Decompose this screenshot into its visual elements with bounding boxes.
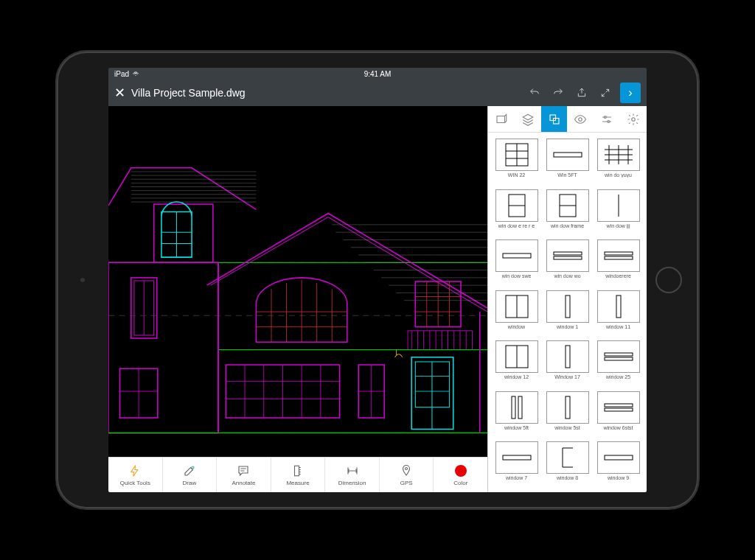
svg-rect-107 (554, 256, 582, 259)
drawing-canvas-area: Quick Tools Draw Annotate Measure (108, 106, 487, 492)
block-label: window 5st (546, 425, 590, 430)
quick-tools-button[interactable]: Quick Tools (108, 458, 163, 492)
svg-rect-124 (503, 455, 531, 460)
color-button[interactable]: Color (434, 458, 487, 492)
blocks-tab-icon[interactable] (541, 106, 568, 132)
block-label: win dow wo (546, 273, 590, 279)
comment-icon (236, 463, 251, 478)
lightning-icon (128, 463, 142, 478)
draw-button[interactable]: Draw (163, 458, 218, 492)
dimension-button[interactable]: Dimension (325, 458, 380, 492)
block-label: window 1 (546, 324, 590, 329)
color-dot-icon (453, 463, 468, 478)
block-item[interactable]: window (491, 287, 542, 338)
dimension-label: Dimension (338, 480, 366, 486)
block-item[interactable]: win dow e re r e (491, 186, 542, 237)
block-item[interactable]: windoerere (593, 237, 644, 287)
color-label: Color (453, 480, 467, 486)
block-thumb (597, 340, 640, 373)
block-item[interactable]: window 6stst (593, 388, 644, 439)
block-thumb (546, 189, 589, 222)
svg-rect-116 (566, 346, 570, 368)
app-header: ✕ Villa Project Sample.dwg › (108, 80, 647, 106)
sliders-tab-icon[interactable] (594, 106, 620, 132)
block-item[interactable]: win do yuyu (593, 136, 644, 186)
svg-rect-109 (605, 256, 633, 259)
block-item[interactable]: window 1 (542, 287, 593, 338)
svg-rect-125 (605, 455, 633, 460)
svg-point-81 (406, 468, 408, 470)
block-thumb (495, 340, 538, 373)
annotate-button[interactable]: Annotate (217, 458, 271, 492)
svg-rect-17 (108, 262, 218, 433)
svg-rect-108 (605, 252, 633, 255)
bottom-toolbar: Quick Tools Draw Annotate Measure (108, 457, 487, 492)
gear-tab-icon[interactable] (620, 106, 647, 132)
panel-toggle-button[interactable]: › (620, 83, 641, 103)
clock-label: 9:41 AM (364, 70, 392, 78)
model-tab-icon[interactable] (488, 106, 515, 132)
svg-rect-112 (566, 295, 570, 318)
block-item[interactable]: Window 17 (542, 337, 593, 388)
svg-rect-113 (616, 295, 621, 318)
ipad-camera (80, 278, 85, 282)
visibility-tab-icon[interactable] (567, 106, 594, 132)
gps-button[interactable]: GPS (380, 458, 434, 492)
block-thumb (495, 391, 538, 424)
svg-rect-121 (566, 396, 570, 419)
block-thumb (546, 340, 589, 373)
app-screen: iPad 9:41 AM ✕ Villa Project Sample.dwg … (108, 68, 647, 492)
block-label: Win 5FT (546, 172, 590, 178)
layers-tab-icon[interactable] (515, 106, 541, 132)
block-item[interactable]: win dow wo (542, 237, 593, 287)
block-item[interactable]: window 5st (542, 388, 593, 439)
block-item[interactable]: Win 5FT (542, 136, 593, 186)
close-icon[interactable]: ✕ (114, 85, 125, 101)
block-item[interactable]: window 5ft (491, 388, 542, 439)
block-label: win do yuyu (596, 172, 641, 178)
block-label: window 25 (596, 374, 641, 379)
block-thumb (597, 189, 640, 222)
block-label: window 7 (495, 475, 539, 480)
block-thumb (597, 139, 640, 171)
ruler-icon (290, 463, 305, 478)
ios-status-bar: iPad 9:41 AM (108, 68, 647, 80)
block-item[interactable]: window 11 (593, 287, 644, 338)
undo-icon[interactable] (526, 84, 543, 102)
ipad-home-button[interactable] (655, 267, 682, 293)
block-item[interactable]: win dow frame (542, 186, 593, 237)
file-title: Villa Project Sample.dwg (131, 87, 246, 99)
carrier-label: iPad (114, 70, 129, 78)
cad-drawing-canvas[interactable] (108, 106, 487, 457)
svg-point-88 (632, 117, 636, 121)
svg-rect-117 (605, 353, 633, 356)
gps-label: GPS (400, 480, 413, 486)
block-thumb (546, 239, 589, 272)
svg-rect-80 (295, 466, 299, 476)
block-item[interactable]: win dow jjj (593, 186, 644, 237)
expand-icon[interactable] (596, 84, 614, 102)
block-item[interactable]: window 8 (542, 438, 593, 489)
block-thumb (597, 441, 640, 474)
block-item[interactable]: window 25 (593, 337, 644, 388)
svg-rect-83 (550, 115, 556, 121)
svg-rect-84 (553, 118, 559, 124)
block-label: win dow frame (546, 223, 590, 228)
panel-tab-bar (488, 106, 647, 133)
redo-icon[interactable] (549, 84, 567, 102)
measure-button[interactable]: Measure (271, 458, 326, 492)
svg-rect-105 (503, 253, 531, 258)
block-item[interactable]: window 9 (593, 438, 644, 489)
svg-rect-12 (154, 204, 213, 262)
block-thumb (597, 290, 640, 323)
draw-label: Draw (183, 480, 197, 486)
block-item[interactable]: window 12 (491, 337, 542, 388)
block-item[interactable]: window 7 (491, 438, 542, 489)
block-item[interactable]: WIN 22 (491, 136, 542, 186)
share-icon[interactable] (573, 84, 591, 102)
block-item[interactable]: win dow swe (491, 237, 542, 287)
block-label: window 12 (495, 374, 539, 379)
pencil-icon (182, 463, 197, 478)
block-label: windoerere (596, 273, 641, 279)
quick-tools-label: Quick Tools (120, 480, 150, 486)
